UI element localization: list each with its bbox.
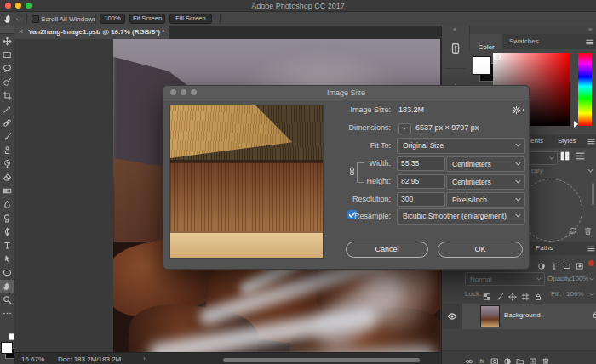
foreground-color-swatch[interactable]: [1, 342, 13, 354]
tool-path-select[interactable]: [0, 253, 14, 266]
hue-slider-arrow-icon[interactable]: [574, 121, 578, 128]
tool-type[interactable]: [0, 239, 14, 253]
dimensions-unit-dropdown[interactable]: [398, 123, 411, 134]
panel-menu-icon[interactable]: [585, 37, 594, 47]
new-layer-icon[interactable]: [529, 357, 537, 364]
panel-menu-icon[interactable]: [587, 244, 596, 253]
layer-thumbnail[interactable]: [481, 306, 499, 327]
chevron-down-icon[interactable]: [588, 291, 595, 298]
gear-icon[interactable]: [512, 105, 521, 115]
lock-icon[interactable]: [534, 293, 542, 301]
artboard-icon[interactable]: [521, 293, 530, 301]
tool-blur[interactable]: [0, 198, 14, 212]
tool-hand[interactable]: [0, 280, 14, 293]
resolution-unit-dropdown[interactable]: Pixels/Inch: [446, 192, 525, 208]
tool-crop[interactable]: [0, 89, 14, 103]
panel-menu-icon[interactable]: [587, 137, 596, 146]
layer-name[interactable]: Background: [504, 311, 541, 319]
tab-paths[interactable]: Paths: [536, 244, 553, 252]
document-tab[interactable]: × YanZhang-Image1.psb @ 16.7% (RGB/8*) *: [14, 26, 169, 39]
opacity-value[interactable]: 100%: [571, 275, 588, 282]
fill-screen-button[interactable]: Fill Screen: [169, 14, 212, 24]
checker-icon[interactable]: [483, 293, 491, 301]
tool-shape[interactable]: [0, 266, 14, 280]
document-tab-bar: × YanZhang-Image1.psb @ 16.7% (RGB/8*) *: [14, 26, 440, 39]
tool-eyedropper[interactable]: [0, 103, 14, 117]
ok-button[interactable]: OK: [438, 242, 523, 258]
horizontal-scrollbar[interactable]: [223, 358, 420, 362]
type-icon[interactable]: [550, 262, 559, 270]
tab-adjustments[interactable]: ents: [530, 137, 543, 145]
fx-icon[interactable]: fx: [478, 357, 486, 364]
collapse-panels-icon[interactable]: »: [588, 26, 592, 33]
tools-panel: [0, 26, 15, 364]
height-unit-dropdown[interactable]: Centimeters: [446, 174, 525, 190]
tool-gradient[interactable]: [0, 185, 14, 198]
link-icon[interactable]: [465, 357, 473, 364]
panel-scrollbar[interactable]: [592, 183, 594, 205]
layer-row-background[interactable]: Background: [462, 304, 596, 329]
folder-icon[interactable]: [516, 357, 524, 364]
fit-screen-button[interactable]: Fit Screen: [129, 14, 165, 24]
adjust-icon[interactable]: [503, 357, 512, 364]
tool-pen[interactable]: [0, 225, 14, 239]
tab-color[interactable]: Color: [470, 34, 502, 49]
tool-marquee[interactable]: [0, 48, 14, 62]
width-input[interactable]: 55.35: [397, 156, 445, 171]
gear-menu-dot-icon: [523, 109, 524, 111]
tool-healing[interactable]: [0, 117, 14, 130]
fit-to-dropdown[interactable]: Original Size: [397, 138, 525, 154]
tool-more[interactable]: [0, 307, 14, 321]
chevron-down-icon[interactable]: [587, 167, 594, 174]
cancel-button[interactable]: Cancel: [346, 242, 428, 258]
status-expander-icon[interactable]: ›: [143, 355, 146, 362]
lasso-icon: [3, 64, 12, 73]
list-view-icon[interactable]: [575, 151, 586, 162]
hue-slider[interactable]: [578, 53, 592, 126]
height-input[interactable]: 82.95: [397, 174, 445, 189]
resample-method-dropdown[interactable]: Bicubic Smoother (enlargement): [397, 208, 525, 225]
image-size-label: Image Size:: [291, 105, 391, 114]
tool-brush[interactable]: [0, 130, 14, 144]
zoom-level-field[interactable]: 16.67%: [21, 355, 44, 363]
brush-icon[interactable]: [496, 293, 504, 301]
layer-filter-row: [537, 259, 588, 274]
smart-icon[interactable]: [576, 262, 584, 270]
sync-icon[interactable]: [568, 226, 577, 236]
adjust-icon[interactable]: [537, 262, 546, 270]
rect-icon[interactable]: [563, 262, 571, 270]
blend-mode-dropdown[interactable]: Normal: [465, 272, 545, 286]
grid-view-icon[interactable]: [559, 151, 570, 162]
mask-icon[interactable]: [490, 357, 499, 364]
tool-quick-select[interactable]: [0, 76, 14, 89]
width-unit-dropdown[interactable]: Centimeters: [446, 156, 525, 172]
resolution-input[interactable]: 300: [397, 192, 445, 207]
trash-icon[interactable]: [542, 357, 550, 364]
fill-value[interactable]: 100%: [566, 290, 583, 298]
zoom-100-button[interactable]: 100%: [100, 14, 125, 24]
chevron-down-icon[interactable]: [588, 276, 595, 282]
tool-move[interactable]: [0, 35, 14, 48]
move-icon[interactable]: [508, 293, 517, 301]
tool-history-brush[interactable]: [0, 157, 14, 171]
tool-dodge[interactable]: [0, 212, 14, 225]
eye-icon[interactable]: [447, 311, 457, 321]
dialog-title-bar[interactable]: Image Size: [163, 86, 529, 100]
expand-panels-icon[interactable]: «: [453, 26, 456, 33]
tool-lasso[interactable]: [0, 62, 14, 76]
trash-icon[interactable]: [583, 226, 593, 236]
tool-clone-stamp[interactable]: [0, 144, 14, 157]
scroll-all-windows-checkbox[interactable]: [32, 15, 39, 23]
tools-panel-header[interactable]: [0, 26, 14, 34]
tool-eraser[interactable]: [0, 171, 14, 185]
layer-filter-toggle[interactable]: [588, 260, 594, 266]
tab-swatches[interactable]: Swatches: [509, 37, 539, 45]
close-tab-icon[interactable]: ×: [19, 27, 23, 36]
properties-panel-icon[interactable]: [450, 43, 461, 54]
tool-zoom[interactable]: [0, 293, 14, 307]
foreground-color-swatch[interactable]: [473, 56, 491, 75]
color-picker-marker[interactable]: [494, 54, 501, 60]
chevron-down-icon[interactable]: [15, 16, 22, 23]
separator: [95, 14, 96, 24]
tab-styles[interactable]: Styles: [558, 137, 576, 145]
